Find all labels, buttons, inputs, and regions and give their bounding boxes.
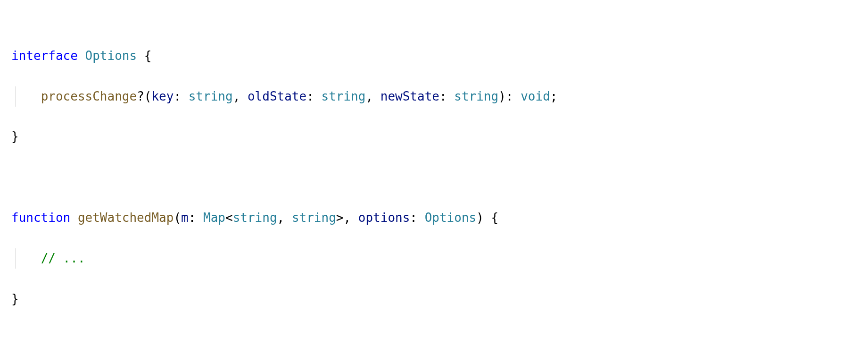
type-string: string: [292, 211, 336, 225]
keyword-function: function: [11, 211, 70, 225]
keyword-interface: interface: [11, 49, 78, 63]
method-name: processChange: [41, 89, 137, 103]
paren-open: (: [174, 211, 181, 225]
paren-close-brace: ) {: [476, 211, 498, 225]
return-type: void: [521, 89, 550, 103]
comma: ,: [233, 89, 248, 103]
angle-open: <: [225, 211, 233, 225]
param-name: options: [358, 211, 410, 225]
type-map: Map: [203, 211, 225, 225]
code-line[interactable]: processChange?(key: string, oldState: st…: [11, 86, 868, 107]
colon: :: [174, 89, 188, 103]
code-line[interactable]: // ...: [11, 248, 868, 269]
optional-mark: ?: [137, 89, 144, 103]
paren-close: ):: [498, 89, 521, 103]
semicolon: ;: [550, 89, 558, 103]
param-name: key: [151, 89, 174, 103]
code-line[interactable]: function getWatchedMap(m: Map<string, st…: [11, 208, 868, 228]
param-name: oldState: [248, 89, 306, 103]
param-name: newState: [380, 89, 439, 103]
indent-guide: [15, 86, 16, 107]
indent: [11, 89, 41, 103]
type-options: Options: [425, 211, 477, 225]
code-line-empty[interactable]: [11, 329, 868, 349]
indent-guide: [15, 248, 16, 269]
param-name: m: [181, 211, 189, 225]
colon: :: [439, 89, 454, 103]
brace-close: }: [11, 129, 19, 144]
colon: :: [189, 211, 203, 225]
comma: ,: [365, 89, 380, 103]
comment: // ...: [41, 251, 85, 265]
function-name: getWatchedMap: [78, 211, 174, 225]
code-line[interactable]: }: [11, 127, 868, 147]
brace-open: {: [137, 49, 151, 63]
comma: ,: [343, 211, 358, 225]
type-name: Options: [85, 49, 137, 63]
type-string: string: [454, 89, 498, 103]
brace-close: }: [11, 292, 19, 306]
indent: [11, 251, 41, 265]
code-line-empty[interactable]: [11, 167, 868, 187]
angle-close: >: [336, 211, 344, 225]
type-string: string: [189, 89, 233, 103]
code-line[interactable]: interface Options {: [11, 46, 868, 66]
code-editor[interactable]: interface Options { processChange?(key: …: [0, 0, 868, 355]
type-string: string: [233, 211, 277, 225]
paren-open: (: [144, 89, 152, 103]
colon: :: [306, 89, 321, 103]
colon: :: [410, 211, 424, 225]
code-line[interactable]: }: [11, 289, 868, 309]
type-string: string: [322, 89, 366, 103]
comma: ,: [277, 211, 292, 225]
